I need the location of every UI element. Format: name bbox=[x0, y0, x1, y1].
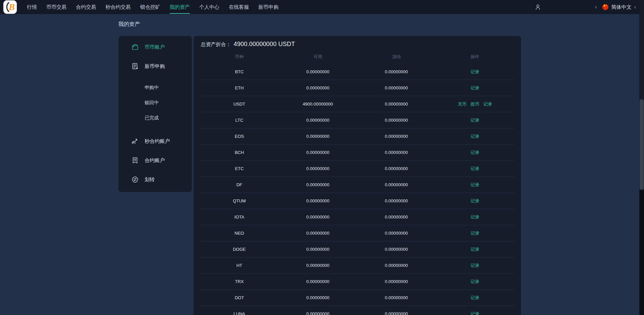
table-row: DOGE 0.00000000 0.00000000 记录 bbox=[200, 241, 514, 258]
table-row: LTC 0.00000000 0.00000000 记录 bbox=[200, 112, 514, 128]
scrollbar-thumb[interactable] bbox=[640, 99, 644, 190]
action-link[interactable]: 记录 bbox=[483, 102, 492, 107]
actions-cell: 记录 bbox=[436, 150, 514, 156]
frozen-cell: 0.00000000 bbox=[357, 118, 436, 123]
frozen-cell: 0.00000000 bbox=[357, 85, 436, 90]
sidebar-item-label: 秒合约账户 bbox=[145, 138, 170, 145]
action-link[interactable]: 充币 bbox=[458, 102, 467, 107]
nav-item-7[interactable]: 在线客服 bbox=[224, 0, 254, 14]
assets-table-body: BTC 0.00000000 0.00000000 记录 ETH 0.00000… bbox=[200, 64, 514, 315]
action-link[interactable]: 记录 bbox=[471, 85, 479, 90]
table-row: IOTA 0.00000000 0.00000000 记录 bbox=[200, 209, 514, 225]
available-cell: 0.00000000 bbox=[278, 214, 357, 220]
nav-item-2[interactable]: 合约交易 bbox=[71, 0, 101, 14]
actions-cell: 记录 bbox=[436, 311, 514, 315]
actions-cell: 记录 bbox=[436, 295, 514, 301]
actions-cell: 充币提币记录 bbox=[436, 101, 514, 107]
action-link[interactable]: 记录 bbox=[471, 263, 479, 268]
sidebar-item[interactable]: 划转 bbox=[119, 172, 192, 187]
actions-cell: 记录 bbox=[436, 117, 514, 123]
frozen-cell: 0.00000000 bbox=[357, 247, 436, 252]
nav-item-label: 行情 bbox=[27, 4, 37, 10]
table-row: HT 0.00000000 0.00000000 记录 bbox=[200, 258, 514, 274]
actions-cell: 记录 bbox=[436, 85, 514, 91]
coin-cell: BTC bbox=[200, 69, 279, 74]
action-link[interactable]: 提币 bbox=[471, 102, 479, 107]
action-link[interactable]: 记录 bbox=[471, 311, 479, 315]
action-link[interactable]: 记录 bbox=[471, 231, 479, 236]
nav-item-label: 锁仓挖矿 bbox=[140, 4, 160, 10]
language-selector[interactable]: 简体中文 bbox=[611, 4, 632, 10]
brand-logo[interactable]: B bbox=[3, 0, 17, 14]
actions-cell: 记录 bbox=[436, 198, 514, 204]
subscribe-doc-icon bbox=[131, 63, 139, 70]
action-link[interactable]: 记录 bbox=[471, 247, 479, 252]
table-row: QTUM 0.00000000 0.00000000 记录 bbox=[200, 193, 514, 209]
topbar-right: ‹ ★★ 简体中文 ‹ bbox=[534, 4, 644, 10]
actions-cell: 记录 bbox=[436, 166, 514, 172]
action-link[interactable]: 记录 bbox=[471, 214, 479, 220]
total-assets-row: 总资产折合： 4900.00000000 USDT bbox=[200, 41, 514, 48]
action-link[interactable]: 记录 bbox=[471, 198, 479, 203]
action-link[interactable]: 记录 bbox=[471, 279, 479, 284]
available-cell: 0.00000000 bbox=[278, 198, 357, 203]
available-cell: 0.00000000 bbox=[278, 118, 357, 123]
table-column-header-0: 币种 bbox=[200, 54, 279, 60]
actions-cell: 记录 bbox=[436, 133, 514, 140]
frozen-cell: 0.00000000 bbox=[357, 166, 436, 171]
chevron-left-icon[interactable]: ‹ bbox=[595, 4, 597, 10]
action-link[interactable]: 记录 bbox=[471, 182, 479, 187]
person-icon bbox=[534, 4, 541, 10]
sidebar-item[interactable]: 币币账户 bbox=[119, 39, 192, 55]
scrollbar-track[interactable] bbox=[639, 0, 644, 315]
frozen-cell: 0.00000000 bbox=[357, 182, 436, 187]
sidebar-item-label: 币币账户 bbox=[145, 44, 165, 50]
coin-cell: TRX bbox=[200, 279, 279, 284]
svg-text:B: B bbox=[8, 2, 15, 12]
action-link[interactable]: 记录 bbox=[471, 295, 479, 300]
action-link[interactable]: 记录 bbox=[471, 118, 479, 123]
coin-cell: EOS bbox=[200, 134, 279, 139]
sidebar-item-label: 合约账户 bbox=[145, 157, 165, 164]
transfer-icon bbox=[131, 176, 139, 183]
coin-cell: IOTA bbox=[200, 214, 279, 220]
nav-item-1[interactable]: 币币交易 bbox=[42, 0, 71, 14]
actions-cell: 记录 bbox=[436, 214, 514, 220]
coin-cell: ETH bbox=[200, 85, 279, 90]
frozen-cell: 0.00000000 bbox=[357, 198, 436, 203]
available-cell: 0.00000000 bbox=[278, 263, 357, 268]
topbar: B 行情币币交易合约交易秒合约交易锁仓挖矿我的资产个人中心在线客服新币申购 ‹ … bbox=[0, 0, 644, 14]
action-link[interactable]: 记录 bbox=[471, 69, 479, 74]
china-flag-icon: ★★ bbox=[602, 4, 608, 10]
chevron-collapse-icon[interactable]: ‹ bbox=[634, 4, 636, 10]
sidebar-item[interactable]: 新币申购 bbox=[119, 58, 192, 74]
nav-item-8[interactable]: 新币申购 bbox=[254, 0, 283, 14]
sidebar-subitem[interactable]: 申购中 bbox=[119, 80, 192, 95]
nav-item-4[interactable]: 锁仓挖矿 bbox=[135, 0, 165, 14]
coin-cell: USDT bbox=[200, 102, 279, 107]
sidebar-item[interactable]: 合约账户 bbox=[119, 153, 192, 168]
page: 我的资产 币币账户 新币申购 申购中 赎回中 已完成 秒合约账户 合约账户 划转… bbox=[0, 21, 639, 315]
sidebar-subitem[interactable]: 赎回中 bbox=[119, 95, 192, 110]
actions-cell: 记录 bbox=[436, 279, 514, 285]
frozen-cell: 0.00000000 bbox=[357, 279, 436, 284]
nav-item-3[interactable]: 秒合约交易 bbox=[101, 0, 135, 14]
nav-item-0[interactable]: 行情 bbox=[22, 0, 42, 14]
sidebar-subitem[interactable]: 已完成 bbox=[119, 110, 192, 125]
sidebar-item[interactable]: 秒合约账户 bbox=[119, 133, 192, 149]
available-cell: 0.00000000 bbox=[278, 166, 357, 171]
action-link[interactable]: 记录 bbox=[471, 134, 479, 139]
coin-cell: DF bbox=[200, 182, 279, 187]
nav-item-5[interactable]: 我的资产 bbox=[165, 0, 195, 14]
action-link[interactable]: 记录 bbox=[471, 166, 479, 171]
coin-cell: LTC bbox=[200, 118, 279, 123]
table-row: DF 0.00000000 0.00000000 记录 bbox=[200, 177, 514, 193]
actions-cell: 记录 bbox=[436, 182, 514, 188]
actions-cell: 记录 bbox=[436, 263, 514, 269]
main-nav: 行情币币交易合约交易秒合约交易锁仓挖矿我的资产个人中心在线客服新币申购 bbox=[22, 0, 283, 14]
frozen-cell: 0.00000000 bbox=[357, 311, 436, 315]
available-cell: 0.00000000 bbox=[278, 134, 357, 139]
user-account-button[interactable] bbox=[534, 4, 541, 10]
action-link[interactable]: 记录 bbox=[471, 150, 479, 155]
nav-item-6[interactable]: 个人中心 bbox=[195, 0, 224, 14]
